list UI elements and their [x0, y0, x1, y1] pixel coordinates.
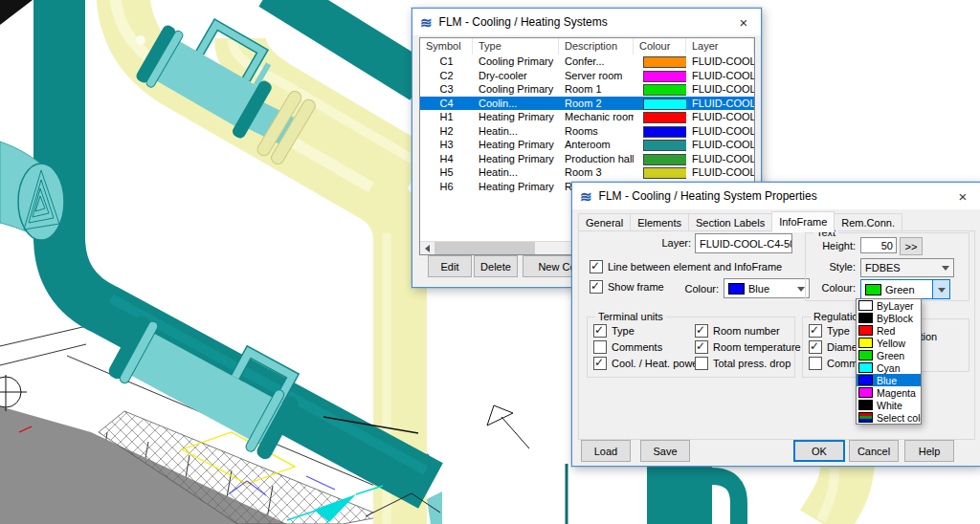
- table-row[interactable]: C2 Dry-cooler Server room FLUID-COOL-C2: [420, 69, 754, 83]
- dropdown-item[interactable]: Green: [857, 349, 921, 361]
- properties-titlebar[interactable]: ≋ FLM - Cooling / Heating System Propert…: [572, 183, 980, 209]
- height-field[interactable]: [860, 237, 897, 253]
- properties-dialog: ≋ FLM - Cooling / Heating System Propert…: [571, 182, 980, 467]
- cool-heat-power-checkbox[interactable]: Cool. / Heat. power: [593, 357, 702, 370]
- scrollbar-thumb[interactable]: [434, 242, 535, 254]
- col-type[interactable]: Type: [473, 38, 559, 55]
- dropdown-item[interactable]: Select color ...: [857, 411, 921, 424]
- frame-colour-combobox[interactable]: Blue: [724, 278, 810, 298]
- table-row[interactable]: C1 Cooling Primary Confer... FLUID-COOL-…: [420, 55, 754, 69]
- table-row[interactable]: H5 Heatin... Room 3 FLUID-COOL-H5: [420, 165, 754, 180]
- colour-swatch: [858, 387, 873, 398]
- col-layer[interactable]: Layer: [686, 38, 754, 55]
- comments-checkbox[interactable]: Comments: [593, 340, 662, 354]
- text-colour-combobox[interactable]: Green: [860, 279, 950, 299]
- table-row[interactable]: H1 Heating Primary Mechanic room FLUID-C…: [420, 110, 754, 124]
- colour-swatch: [643, 56, 686, 68]
- room-number-checkbox[interactable]: Room number: [695, 324, 780, 338]
- table-row[interactable]: H2 Heatin... Rooms FLUID-COOL-H2: [420, 124, 754, 139]
- layer-combobox[interactable]: FLUID-COOL-C4-50-IN: [695, 233, 792, 253]
- colour-swatch: [858, 338, 873, 348]
- checkbox-box: [590, 280, 603, 294]
- close-icon[interactable]: ×: [726, 9, 761, 35]
- dropdown-item[interactable]: Red: [857, 324, 921, 337]
- chevron-down-icon[interactable]: [937, 259, 953, 276]
- style-combobox[interactable]: FDBES: [860, 258, 954, 277]
- ok-button[interactable]: OK: [793, 440, 845, 462]
- colour-swatch: [643, 140, 686, 151]
- col-description[interactable]: Description: [559, 38, 634, 55]
- tab-general[interactable]: General: [578, 213, 631, 231]
- table-row[interactable]: H4 Heating Primary Production hall FLUID…: [420, 152, 754, 166]
- screen: ≋ FLM - Cooling / Heating Systems × Symb…: [0, 0, 980, 524]
- dropdown-item[interactable]: Yellow: [857, 337, 921, 349]
- table-row[interactable]: H3 Heating Primary Anteroom FLUID-COOL-H…: [420, 138, 754, 152]
- show-frame-checkbox[interactable]: Show frame: [590, 280, 664, 294]
- scroll-left-icon[interactable]: [420, 242, 434, 254]
- colour-swatch: [643, 154, 686, 165]
- app-icon: ≋: [420, 15, 433, 30]
- colour-swatch: [643, 98, 686, 110]
- delete-button[interactable]: Delete: [474, 255, 518, 277]
- height-label: Height:: [808, 240, 856, 251]
- colour-dropdown[interactable]: ByLayer ByBlock Red Yellow Green Cyan: [856, 298, 922, 425]
- cancel-button[interactable]: Cancel: [849, 440, 899, 462]
- colour-swatch: [858, 350, 873, 360]
- properties-title: FLM - Cooling / Heating System Propertie…: [599, 189, 817, 203]
- room-temperature-checkbox[interactable]: Room temperature: [695, 340, 801, 354]
- total-press-drop-checkbox[interactable]: Total press. drop: [695, 357, 791, 370]
- multi-colour-swatch: [858, 412, 873, 423]
- tab-strip: General Elements Section Labels InfoFram…: [578, 211, 902, 231]
- colour-swatch: [858, 375, 873, 385]
- help-button[interactable]: Help: [904, 440, 954, 462]
- load-button[interactable]: Load: [581, 440, 631, 462]
- colour-swatch: [643, 71, 686, 82]
- systems-title: FLM - Cooling / Heating Systems: [439, 15, 608, 29]
- checkbox-label: Line between element and InfoFrame: [608, 261, 782, 273]
- dropdown-item[interactable]: Cyan: [857, 361, 921, 374]
- dropdown-item-selected[interactable]: Blue: [857, 374, 921, 386]
- tab-elements[interactable]: Elements: [630, 213, 689, 231]
- colour-swatch: [858, 300, 873, 311]
- colour-swatch: [643, 167, 686, 179]
- tab-rem-conn[interactable]: Rem.Conn.: [834, 213, 902, 231]
- app-icon: ≋: [580, 189, 592, 204]
- save-button[interactable]: Save: [640, 440, 690, 462]
- layer-label: Layer:: [611, 237, 691, 249]
- line-between-checkbox[interactable]: Line between element and InfoFrame: [590, 260, 782, 273]
- type-checkbox[interactable]: Type: [593, 324, 635, 338]
- systems-titlebar[interactable]: ≋ FLM - Cooling / Heating Systems ×: [412, 9, 761, 35]
- colour-swatch: [858, 400, 873, 410]
- close-icon[interactable]: ×: [946, 183, 980, 209]
- tab-section-labels[interactable]: Section Labels: [688, 213, 772, 231]
- colour-swatch: [643, 126, 686, 138]
- colour-swatch: [643, 84, 686, 96]
- colour-swatch: [865, 284, 881, 295]
- style-label: Style:: [808, 261, 856, 273]
- expand-button[interactable]: >>: [900, 237, 923, 255]
- table-row[interactable]: C3 Cooling Primary Room 1 FLUID-COOL-C3: [420, 82, 754, 97]
- colour-swatch: [858, 325, 873, 336]
- tab-infoframe[interactable]: InfoFrame: [771, 211, 835, 232]
- text-colour-label: Colour:: [808, 282, 856, 294]
- edit-button[interactable]: Edit: [428, 255, 472, 277]
- dropdown-item[interactable]: White: [857, 399, 921, 411]
- table-header[interactable]: Symbol Type Description Colour Layer: [420, 38, 754, 55]
- dropdown-item[interactable]: ByBlock: [857, 312, 921, 324]
- frame-colour-label: Colour:: [663, 283, 719, 295]
- colour-swatch: [728, 283, 745, 295]
- checkbox-box: [590, 260, 603, 273]
- dropdown-item[interactable]: ByLayer: [857, 299, 921, 312]
- valve-type-checkbox[interactable]: Type: [809, 324, 850, 338]
- colour-swatch: [858, 362, 873, 373]
- checkbox-label: Show frame: [608, 281, 664, 293]
- colour-swatch: [643, 112, 686, 123]
- colour-swatch: [858, 313, 873, 323]
- chevron-down-icon[interactable]: [932, 280, 949, 298]
- table-row-selected[interactable]: C4 Coolin... Room 2 FLUID-COOL-C4: [420, 97, 754, 111]
- col-colour[interactable]: Colour: [634, 38, 686, 55]
- col-symbol[interactable]: Symbol: [420, 38, 473, 55]
- dropdown-item[interactable]: Magenta: [857, 386, 921, 399]
